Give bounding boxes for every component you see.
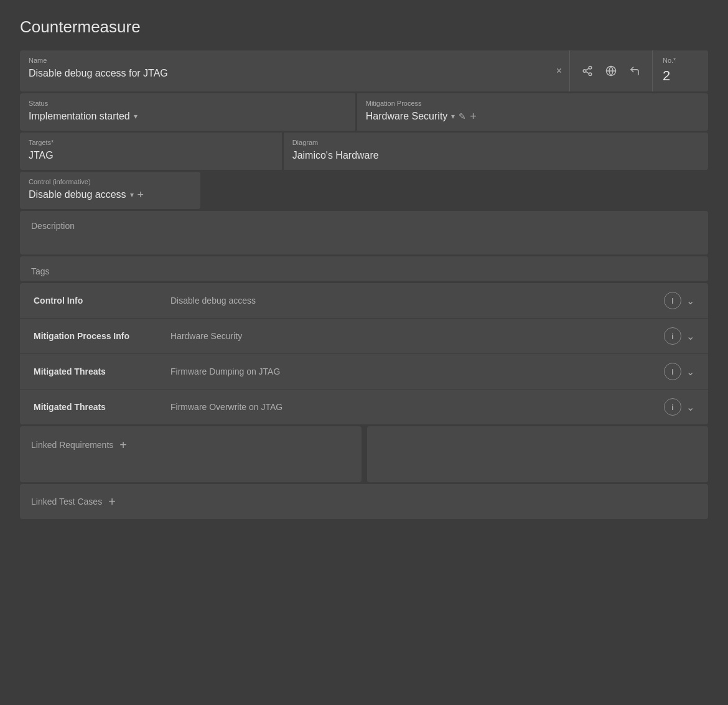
- linked-test-cases-box: Linked Test Cases +: [20, 484, 708, 519]
- info-row-actions-1: i ⌄: [664, 327, 694, 345]
- share-button[interactable]: [576, 60, 599, 82]
- diagram-box: Diagram Jaimico's Hardware: [284, 133, 708, 170]
- info-button-3[interactable]: i: [664, 398, 681, 416]
- info-row-label-3: Mitigated Threats: [34, 402, 170, 412]
- name-clear-button[interactable]: ×: [556, 65, 562, 77]
- info-row-value-1: Hardware Security: [170, 331, 664, 341]
- info-button-1[interactable]: i: [664, 327, 681, 345]
- mitigation-edit-button[interactable]: ✎: [459, 111, 466, 121]
- info-row-value-0: Disable debug access: [170, 296, 664, 306]
- tags-box: Tags: [20, 256, 708, 281]
- info-row-value-2: Firmware Dumping on JTAG: [170, 367, 664, 376]
- control-dropdown-row: Disable debug access ▾ +: [29, 189, 192, 200]
- name-field: Name Disable debug access for JTAG ×: [20, 50, 570, 91]
- number-label: No.*: [663, 57, 698, 64]
- linked-test-cases-title: Linked Test Cases: [31, 497, 102, 507]
- status-dropdown-arrow[interactable]: ▾: [134, 112, 138, 121]
- control-add-button[interactable]: +: [138, 189, 144, 200]
- description-box: Description: [20, 211, 708, 254]
- name-value: Disable debug access for JTAG: [29, 68, 561, 79]
- status-value: Implementation started: [29, 111, 130, 122]
- targets-label: Targets*: [29, 139, 273, 146]
- info-row-label-1: Mitigation Process Info: [34, 331, 170, 341]
- reply-icon: [629, 65, 640, 77]
- status-label: Status: [29, 100, 347, 107]
- mitigation-dropdown-row: Hardware Security ▾ ✎ +: [366, 111, 699, 122]
- chevron-down-2[interactable]: ⌄: [686, 366, 694, 378]
- mitigation-value: Hardware Security: [366, 111, 448, 122]
- name-actions: [570, 50, 652, 91]
- control-value: Disable debug access: [29, 189, 126, 200]
- linked-test-cases-add-button[interactable]: +: [108, 495, 116, 508]
- status-box: Status Implementation started ▾: [20, 93, 355, 131]
- targets-diagram-row: Targets* JTAG Diagram Jaimico's Hardware: [20, 133, 708, 170]
- info-row-actions-0: i ⌄: [664, 292, 694, 309]
- diagram-value: Jaimico's Hardware: [292, 150, 699, 161]
- info-row-3: Mitigated Threats Firmware Overwrite on …: [20, 390, 708, 424]
- info-button-2[interactable]: i: [664, 363, 681, 380]
- description-label: Description: [31, 221, 697, 231]
- diagram-label: Diagram: [292, 139, 699, 146]
- linked-requirements-box: Linked Requirements +: [20, 426, 362, 482]
- status-dropdown-row: Implementation started ▾: [29, 111, 347, 122]
- info-row: Control Info Disable debug access i ⌄: [20, 283, 708, 319]
- status-mitigation-row: Status Implementation started ▾ Mitigati…: [20, 93, 708, 131]
- globe-button[interactable]: [600, 60, 622, 82]
- info-rows-container: Control Info Disable debug access i ⌄ Mi…: [20, 283, 708, 424]
- linked-divider: [363, 426, 365, 482]
- control-row: Control (informative) Disable debug acce…: [20, 172, 708, 209]
- mitigation-add-button[interactable]: +: [470, 111, 477, 122]
- reply-button[interactable]: [623, 60, 646, 82]
- info-row-value-3: Firmware Overwrite on JTAG: [170, 402, 664, 412]
- linked-requirements-header: Linked Requirements +: [31, 439, 350, 451]
- page-container: Countermeasure Name Disable debug access…: [0, 0, 728, 536]
- share-icon: [582, 65, 593, 77]
- chevron-down-1[interactable]: ⌄: [686, 330, 694, 342]
- linked-container: Linked Requirements +: [20, 426, 708, 482]
- info-row-actions-3: i ⌄: [664, 398, 694, 416]
- name-row: Name Disable debug access for JTAG ×: [20, 50, 708, 91]
- globe-icon: [605, 65, 617, 77]
- number-field: No.* 2: [652, 50, 708, 91]
- info-row-label-2: Mitigated Threats: [34, 367, 170, 376]
- control-label: Control (informative): [29, 178, 192, 185]
- mitigation-dropdown-arrow[interactable]: ▾: [451, 112, 455, 121]
- targets-box: Targets* JTAG: [20, 133, 282, 170]
- linked-right-box: [367, 426, 709, 482]
- chevron-down-3[interactable]: ⌄: [686, 401, 694, 413]
- info-row-label-0: Control Info: [34, 296, 170, 306]
- info-button-0[interactable]: i: [664, 292, 681, 309]
- info-row-1: Mitigation Process Info Hardware Securit…: [20, 319, 708, 354]
- info-row-actions-2: i ⌄: [664, 363, 694, 380]
- number-value: 2: [663, 68, 698, 84]
- name-label: Name: [29, 57, 561, 64]
- linked-requirements-add-button[interactable]: +: [119, 439, 127, 451]
- chevron-down-0[interactable]: ⌄: [686, 295, 694, 307]
- svg-line-4: [586, 68, 589, 70]
- targets-value: JTAG: [29, 150, 273, 161]
- linked-requirements-title: Linked Requirements: [31, 440, 113, 450]
- mitigation-box: Mitigation Process Hardware Security ▾ ✎…: [357, 93, 708, 131]
- linked-test-cases-header: Linked Test Cases +: [31, 495, 697, 508]
- svg-line-3: [586, 72, 589, 73]
- page-title: Countermeasure: [20, 17, 708, 37]
- info-row-2: Mitigated Threats Firmware Dumping on JT…: [20, 354, 708, 390]
- mitigation-label: Mitigation Process: [366, 100, 699, 107]
- control-box: Control (informative) Disable debug acce…: [20, 172, 200, 209]
- control-dropdown-arrow[interactable]: ▾: [130, 190, 134, 199]
- tags-label: Tags: [31, 266, 697, 276]
